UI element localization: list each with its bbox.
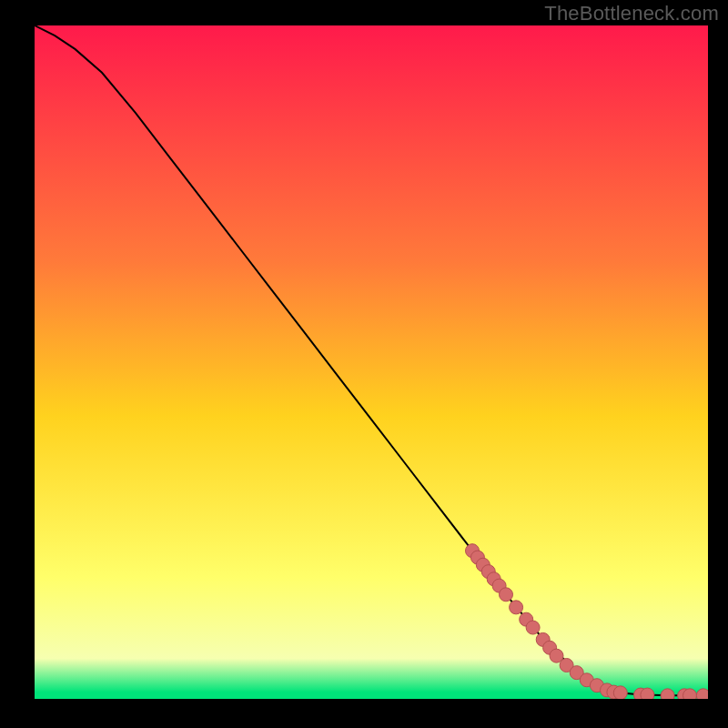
gradient-background (35, 25, 708, 699)
data-point (661, 689, 674, 699)
data-point (526, 621, 540, 634)
watermark-text: TheBottleneck.com (544, 2, 719, 25)
data-point (613, 686, 627, 699)
plot-area (35, 25, 708, 699)
data-point (500, 588, 513, 602)
chart-frame: TheBottleneck.com (0, 0, 728, 728)
plot-svg (35, 25, 708, 699)
data-point (641, 688, 654, 699)
data-point (510, 601, 523, 614)
data-point (683, 689, 697, 699)
